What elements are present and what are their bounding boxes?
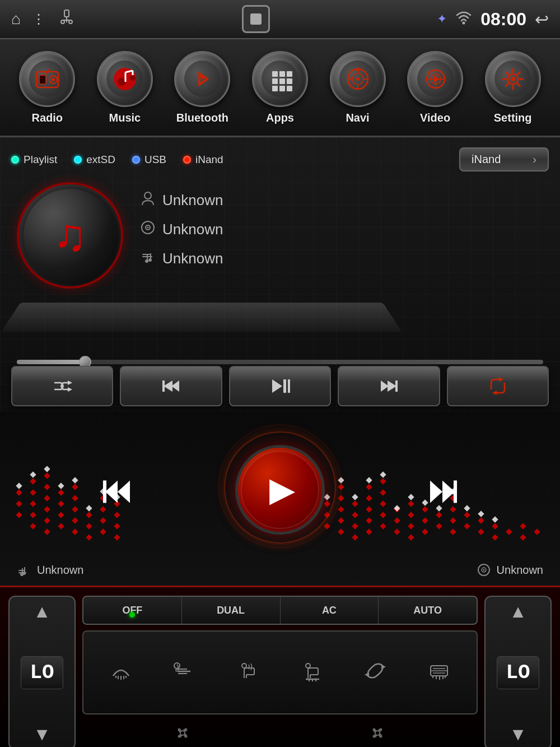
radio-label: Radio (32, 112, 63, 124)
defrost-windshield-icon[interactable] (110, 660, 132, 685)
floor-vent-icon[interactable] (301, 660, 323, 685)
svg-line-49 (506, 72, 508, 75)
svg-rect-94 (58, 500, 64, 507)
lower-next-button[interactable] (426, 475, 459, 514)
video-label: Video (420, 112, 450, 124)
inand-source-button[interactable]: iNand › (459, 147, 549, 171)
shuffle-button[interactable] (11, 366, 113, 406)
wifi-icon (455, 10, 472, 29)
repeat-button[interactable] (447, 366, 549, 406)
fan-right-icon[interactable] (367, 723, 388, 747)
svg-rect-189 (24, 567, 25, 572)
nav-setting[interactable]: Setting (485, 51, 541, 124)
svg-rect-152 (436, 523, 442, 529)
left-temp-down[interactable]: ▼ (33, 725, 51, 743)
svg-rect-22 (279, 71, 285, 77)
right-temp-up[interactable]: ▲ (509, 602, 527, 620)
usb-label: USB (144, 154, 166, 166)
nav-radio[interactable]: Radio (19, 51, 75, 124)
climate-auto-btn[interactable]: AUTO (379, 597, 477, 624)
nav-music[interactable]: Music (97, 51, 153, 124)
svg-rect-23 (287, 71, 292, 77)
album-text: Unknown (162, 221, 223, 238)
svg-marker-68 (272, 379, 282, 393)
album-row: Unknown (140, 220, 223, 239)
climate-fans-row (82, 720, 478, 747)
source-usb[interactable]: USB (132, 154, 166, 166)
nav-bluetooth[interactable]: Bluetooth (174, 51, 230, 124)
nav-navi[interactable]: Navi (330, 51, 386, 124)
svg-rect-93 (58, 512, 64, 518)
back-icon[interactable]: ↩ (535, 10, 549, 29)
inand-btn-arrow: › (533, 153, 536, 166)
left-temp-control: ▲ LO ▼ (8, 596, 76, 747)
svg-rect-85 (30, 478, 36, 484)
svg-rect-179 (478, 511, 484, 517)
artist-row: Unknown (140, 191, 223, 210)
svg-rect-27 (272, 86, 278, 91)
svg-marker-66 (171, 381, 179, 392)
lower-prev-button[interactable] (101, 475, 134, 514)
lower-player: ▶ Unknown Unkno (0, 412, 560, 586)
nav-apps[interactable]: Apps (252, 51, 308, 124)
svg-rect-87 (44, 517, 50, 523)
defrost-rear-icon[interactable] (428, 660, 450, 685)
svg-rect-29 (287, 86, 292, 91)
svg-rect-70 (288, 379, 290, 393)
next-button[interactable] (338, 366, 440, 406)
svg-rect-80 (16, 489, 22, 495)
nav-video[interactable]: Video (407, 51, 463, 124)
svg-rect-24 (272, 78, 278, 84)
status-right: ✦ 08:00 ↩ (437, 9, 549, 30)
stop-button[interactable] (242, 5, 270, 33)
progress-area[interactable] (17, 360, 543, 364)
artist-icon (140, 191, 156, 210)
body-airflow-icon[interactable] (174, 660, 195, 685)
svg-marker-64 (68, 387, 72, 392)
svg-rect-9 (40, 76, 45, 83)
svg-point-4 (69, 20, 72, 24)
climate-icons-row (82, 630, 478, 714)
svg-rect-141 (380, 478, 386, 484)
svg-rect-62 (147, 254, 148, 260)
svg-rect-92 (58, 523, 64, 529)
source-inand[interactable]: iNand (183, 154, 223, 166)
climate-off-btn[interactable]: OFF (83, 597, 182, 624)
svg-rect-89 (44, 495, 50, 501)
play-pause-button[interactable] (229, 366, 331, 406)
menu-icon[interactable]: ⋮ (32, 11, 47, 27)
source-extsd[interactable]: extSD (74, 154, 115, 166)
status-left: ⌂ ⋮ (11, 9, 75, 29)
main-play-button[interactable]: ▶ (235, 445, 325, 535)
svg-rect-134 (366, 506, 372, 512)
svg-rect-25 (279, 78, 285, 84)
svg-rect-164 (506, 528, 512, 535)
seat-heat-icon[interactable] (237, 660, 259, 685)
left-temp-up[interactable]: ▲ (33, 602, 51, 620)
source-playlist[interactable]: Playlist (11, 154, 57, 166)
album-music-note: ♫ (53, 210, 87, 261)
climate-dual-btn[interactable]: DUAL (182, 597, 281, 624)
svg-rect-172 (380, 471, 386, 477)
progress-bar[interactable] (17, 360, 543, 364)
track-info: Unknown Unknown (140, 191, 223, 278)
svg-rect-79 (16, 500, 22, 507)
right-temp-down[interactable]: ▼ (509, 725, 527, 743)
navi-label: Navi (346, 112, 369, 124)
extsd-dot (74, 156, 82, 164)
climate-ac-btn[interactable]: AC (281, 597, 379, 624)
svg-rect-140 (380, 489, 386, 495)
music-section: Playlist extSD USB iNand iNand › ♫ (0, 137, 560, 412)
svg-rect-83 (30, 500, 36, 507)
svg-rect-116 (72, 477, 78, 483)
svg-rect-174 (408, 494, 414, 500)
prev-button[interactable] (120, 366, 222, 406)
home-icon[interactable]: ⌂ (11, 10, 21, 28)
svg-marker-63 (68, 381, 72, 385)
bluetooth-label: Bluetooth (176, 112, 228, 124)
fan-left-icon[interactable] (172, 723, 193, 747)
recirculate-icon[interactable] (365, 660, 386, 685)
svg-rect-147 (408, 512, 414, 518)
svg-rect-81 (30, 523, 36, 529)
svg-rect-131 (352, 500, 358, 507)
